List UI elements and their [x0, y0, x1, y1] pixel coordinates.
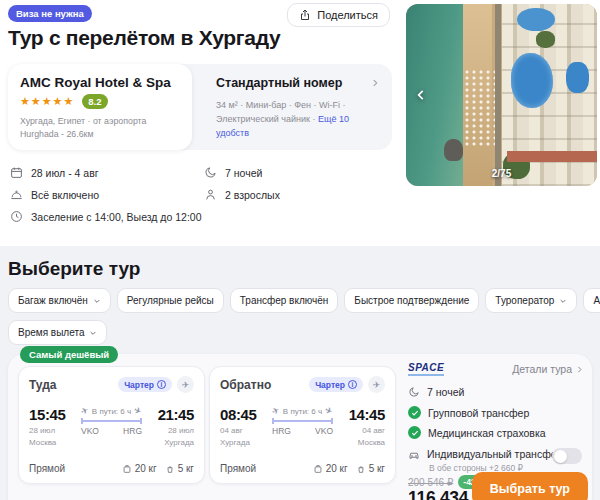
filter-chip-regular-flights[interactable]: Регулярные рейсы [117, 288, 224, 313]
flight-duration: В пути: 6 ч [283, 407, 322, 416]
takeoff-icon: ✈ [79, 405, 90, 417]
departure-time: 15:45 [29, 406, 76, 423]
hotel-stars: ★★★★★ [20, 95, 74, 108]
departure-city: Москва [29, 437, 76, 449]
chip-label: Туроператор [495, 295, 554, 306]
share-button[interactable]: Поделиться [287, 3, 390, 27]
check-icon [408, 406, 421, 419]
trip-guests: 2 взрослых [225, 189, 280, 201]
toggle-knob [554, 450, 567, 463]
flight-direction: Обратно [220, 378, 271, 392]
tour-details-link[interactable]: Детали тура [512, 363, 584, 375]
moon-icon [204, 166, 217, 179]
departure-airport-code: VKO [81, 426, 99, 436]
info-icon: i [348, 380, 357, 389]
person-icon [204, 188, 217, 201]
offer-feature: Групповой трансфер [428, 407, 529, 419]
departure-city: Хургада [220, 437, 267, 449]
car-icon [408, 448, 420, 460]
individual-transfer-toggle[interactable] [552, 448, 582, 464]
filter-chips-row-2: Время вылета [8, 320, 107, 345]
takeoff-icon: ✈ [270, 405, 281, 417]
transfer-option-label: Индивидуальный трансфер [427, 448, 562, 460]
arrival-date: 28 июл [147, 425, 194, 437]
trip-board: Всё включено [31, 189, 99, 201]
filter-chip-airline[interactable]: Авиакомпания [583, 288, 600, 313]
filter-chip-fast-confirm[interactable]: Быстрое подтверждение [344, 288, 479, 313]
moon-icon [408, 386, 420, 398]
departure-time: 08:45 [220, 406, 267, 423]
hotel-card[interactable]: AMC Royal Hotel & Spa ★★★★★ 8.2 Хургада,… [8, 64, 192, 150]
arrival-time: 21:45 [147, 406, 194, 423]
flight-type: Прямой [29, 463, 65, 474]
chevron-right-icon [370, 78, 380, 88]
photo-boat [444, 139, 463, 161]
flight-duration: В пути: 6 ч [92, 407, 131, 416]
hand-luggage-weight: 5 кг [178, 463, 194, 474]
room-name: Стандартный номер [216, 76, 342, 90]
chip-label: Авиакомпания [593, 295, 600, 306]
filter-chip-departure-time[interactable]: Время вылета [8, 320, 107, 345]
tours-title: Выберите тур [8, 258, 140, 280]
tour-operator-logo: SPACE [408, 362, 444, 376]
arrival-airport-code: VKO [315, 426, 333, 436]
departure-airport-code: HRG [272, 426, 291, 436]
landing-icon: ✈ [133, 405, 144, 417]
hotel-location: Хургада, Египет · от аэропорта Hurghada … [20, 115, 180, 141]
charter-label: Чартер [124, 380, 154, 390]
departure-date: 28 июл [29, 425, 76, 437]
airline-icon[interactable]: ✈ [177, 376, 194, 393]
old-price: 200 546 ₽ [408, 477, 453, 488]
all-inclusive-icon [10, 188, 23, 201]
flight-card-return: Обратно Чартер i ✈ 08:45 04 авг Хургада [209, 366, 396, 484]
flight-card-outbound: Туда Чартер i ✈ 15:45 28 июл Москва [18, 366, 205, 484]
offer-feature-row: Групповой трансфер [408, 406, 529, 419]
offer-nights-row: 7 ночей [408, 386, 464, 398]
arrival-time: 14:45 [338, 406, 385, 423]
departure-date: 04 авг [220, 425, 267, 437]
individual-transfer-row: Индивидуальный трансфер [408, 448, 562, 460]
arrival-city: Москва [338, 437, 385, 449]
check-icon [408, 426, 421, 439]
cheapest-badge: Самый дешёвый [20, 346, 118, 363]
photo-pool-main [511, 53, 553, 108]
arrival-date: 04 авг [338, 425, 385, 437]
trip-board-row: Всё включено [10, 188, 99, 201]
suitcase-icon [313, 464, 323, 474]
tour-offer-card: Туда Чартер i ✈ 15:45 28 июл Москва [8, 354, 592, 500]
chip-label: Багаж включён [18, 295, 88, 306]
charter-badge[interactable]: Чартер i [309, 377, 363, 392]
photo-umbrellas [465, 70, 497, 146]
tour-page: Виза не нужна Поделиться Тур с перелётом… [0, 0, 600, 500]
gallery-prev-button[interactable] [414, 88, 428, 102]
hotel-photo[interactable]: 2/75 [406, 4, 597, 186]
details-label: Детали тура [512, 363, 572, 375]
clock-icon [10, 210, 23, 223]
suitcase-icon [122, 464, 132, 474]
page-title: Тур с перелётом в Хургаду [8, 26, 280, 50]
charter-badge[interactable]: Чартер i [118, 377, 172, 392]
photo-road [495, 4, 501, 186]
arrival-airport-code: HRG [123, 426, 142, 436]
rating-badge: 8.2 [82, 94, 107, 109]
photo-roofs [507, 151, 597, 162]
room-card[interactable]: Стандартный номер 34 м² · Мини-бар · Фен… [204, 64, 392, 150]
photo-pool-side [566, 62, 589, 93]
photo-pool-small [517, 8, 555, 32]
filter-chip-baggage[interactable]: Багаж включён [8, 288, 111, 313]
filter-chip-operator[interactable]: Туроператор [485, 288, 577, 313]
chip-label: Трансфер включён [240, 295, 329, 306]
offer-feature-row: Медицинская страховка [408, 426, 546, 439]
select-tour-button[interactable]: Выбрать тур [472, 472, 588, 500]
trip-guests-row: 2 взрослых [204, 188, 280, 201]
offer-nights: 7 ночей [427, 386, 464, 398]
filter-chips-row-1: Багаж включён Регулярные рейсы Трансфер … [8, 288, 600, 313]
baggage-weight: 20 кг [135, 463, 157, 474]
chevron-right-icon [575, 365, 584, 374]
handbag-icon [356, 464, 366, 474]
airline-icon[interactable]: ✈ [368, 376, 385, 393]
trip-dates-row: 28 июл - 4 авг [10, 166, 99, 179]
flight-path-line [272, 420, 333, 422]
share-icon [299, 9, 311, 21]
filter-chip-transfer[interactable]: Трансфер включён [230, 288, 339, 313]
